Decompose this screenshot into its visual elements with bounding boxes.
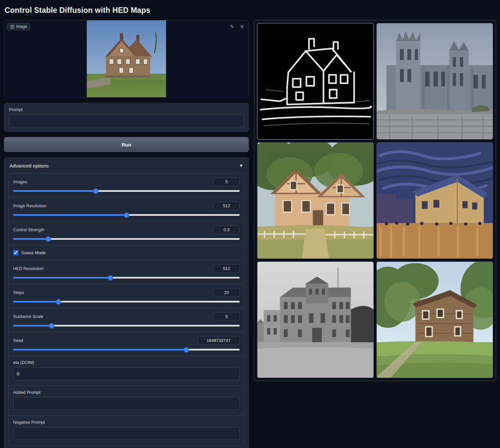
image-actions: ✎ ✕ (228, 23, 246, 31)
prompt-label: Prompt (9, 107, 244, 112)
images-slider-thumb[interactable] (93, 189, 98, 194)
image-label-badge: Image (7, 23, 30, 30)
control-strength-slider[interactable] (13, 238, 240, 240)
added-prompt-row: Added Prompt (9, 386, 244, 416)
steps-label: Steps (13, 290, 24, 295)
prompt-input[interactable] (9, 114, 244, 127)
hed-map-image (257, 23, 373, 139)
gallery-item-wooden-cottage[interactable] (257, 142, 374, 259)
eta-input[interactable] (13, 367, 240, 380)
steps-slider-fill (13, 301, 59, 302)
chevron-down-icon: ▼ (239, 163, 243, 168)
negative-prompt-label: Negative Prompt (13, 420, 240, 425)
pencil-icon: ✎ (230, 24, 234, 29)
close-icon: ✕ (240, 24, 244, 29)
seed-label: Seed (13, 338, 23, 343)
added-prompt-label: Added Prompt (13, 390, 240, 395)
run-button[interactable]: Run (4, 137, 249, 152)
slider-row-images: Images (9, 173, 244, 197)
slider-row-guidance-scale: Guidance Scale (9, 308, 244, 332)
eta-label: eta (DDIM) (13, 360, 240, 365)
clear-image-button[interactable]: ✕ (238, 23, 246, 31)
prompt-panel: Prompt (4, 103, 249, 132)
edit-image-button[interactable]: ✎ (228, 23, 236, 31)
image-resolution-slider-thumb[interactable] (124, 213, 129, 218)
seed-slider-fill (13, 349, 186, 350)
image-resolution-number-input[interactable] (213, 201, 240, 210)
hed-resolution-number-input[interactable] (213, 264, 240, 273)
image-resolution-slider[interactable] (13, 214, 240, 216)
painterly-house-image (377, 143, 493, 258)
guidance-scale-number-input[interactable] (213, 312, 240, 321)
advanced-accordion-header[interactable]: Advanced options ▼ (8, 162, 245, 173)
uploaded-house-photo (87, 20, 166, 98)
control-strength-label: Control Strength (13, 227, 44, 232)
control-strength-slider-thumb[interactable] (46, 236, 51, 242)
image-resolution-slider-fill (13, 214, 127, 216)
negative-prompt-row: Negative Prompt (9, 416, 244, 445)
controls-column: Image ✎ ✕ (4, 20, 249, 448)
output-gallery (254, 20, 496, 381)
control-strength-slider-fill (13, 238, 48, 240)
images-number-input[interactable] (213, 177, 240, 186)
gallery-item-painterly-house[interactable] (376, 142, 493, 259)
page-title: Control Stable Diffusion with HED Maps (5, 6, 495, 15)
seed-slider-thumb[interactable] (184, 347, 189, 352)
images-label: Images (13, 179, 27, 184)
hed-resolution-slider-fill (13, 277, 110, 279)
steps-number-input[interactable] (213, 288, 240, 297)
hed-resolution-slider[interactable] (13, 277, 240, 279)
advanced-accordion: Advanced options ▼ Images (4, 157, 249, 448)
hed-resolution-label: HED Resolution (13, 266, 44, 271)
cathedral-image (377, 23, 493, 139)
images-slider-fill (13, 190, 96, 192)
gallery-item-timber-house[interactable] (376, 261, 493, 378)
advanced-options-form: Images Image Resolution (8, 173, 245, 446)
image-label: Image (16, 24, 27, 29)
gallery-item-gray-manor[interactable] (257, 261, 374, 378)
negative-prompt-input[interactable] (13, 427, 240, 440)
slider-row-steps: Steps (9, 284, 244, 308)
gallery-item-hed-map[interactable] (257, 23, 374, 140)
guess-mode-label: Guess Mode (21, 250, 46, 255)
added-prompt-input[interactable] (13, 397, 240, 410)
guidance-scale-slider[interactable] (13, 325, 240, 326)
images-slider[interactable] (13, 190, 240, 192)
advanced-options-title: Advanced options (10, 163, 49, 168)
eta-row: eta (DDIM) (9, 356, 244, 386)
guidance-scale-slider-fill (13, 325, 52, 326)
timber-house-image (377, 262, 493, 378)
image-icon (10, 25, 14, 29)
control-strength-number-input[interactable] (213, 225, 240, 234)
steps-slider-thumb[interactable] (56, 299, 61, 304)
gallery-item-cathedral[interactable] (376, 23, 493, 140)
wooden-cottage-image (257, 143, 373, 258)
input-image-block[interactable]: Image ✎ ✕ (4, 20, 249, 98)
slider-row-control-strength: Control Strength (9, 221, 244, 245)
slider-row-image-resolution: Image Resolution (9, 197, 244, 221)
results-column (254, 20, 496, 381)
hed-resolution-slider-thumb[interactable] (108, 275, 113, 280)
slider-row-seed: Seed (9, 332, 244, 356)
main-layout: Image ✎ ✕ (4, 20, 496, 448)
steps-slider[interactable] (13, 301, 240, 302)
image-resolution-label: Image Resolution (13, 203, 46, 208)
guidance-scale-slider-thumb[interactable] (49, 323, 54, 328)
guess-mode-row: Guess Mode (9, 245, 244, 260)
slider-row-hed-resolution: HED Resolution (9, 260, 244, 284)
guidance-scale-label: Guidance Scale (13, 314, 43, 319)
guess-mode-checkbox[interactable] (13, 250, 18, 255)
gray-manor-image (257, 262, 373, 378)
seed-number-input[interactable] (198, 336, 240, 345)
seed-slider[interactable] (13, 349, 240, 350)
